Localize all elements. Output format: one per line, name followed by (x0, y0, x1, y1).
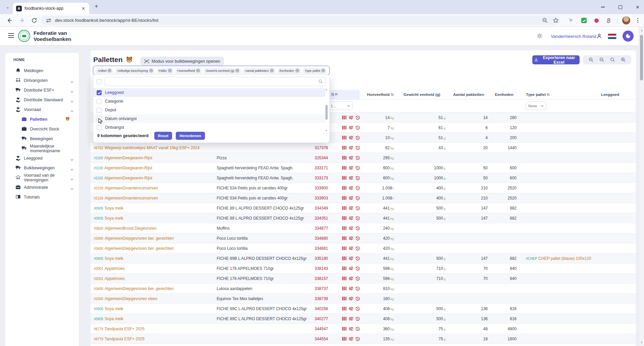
table-row[interactable]: #3400AlgemeenDiepgevroren ber. gerechten… (91, 284, 636, 294)
url-text[interactable]: dev.stock.foodbanksit.be/stock/app/nl-BE… (55, 18, 158, 23)
user-name[interactable]: Vandermeersch Roland (551, 34, 596, 39)
barcode-icon[interactable] (342, 186, 346, 190)
barcode-icon[interactable] (342, 126, 346, 130)
sliders-icon[interactable] (349, 337, 353, 341)
sliders-icon[interactable] (349, 267, 353, 271)
scroll-up-icon[interactable]: ▲ (324, 88, 328, 91)
sliders-icon[interactable] (349, 236, 353, 240)
remove-filter-icon[interactable] (196, 69, 200, 72)
history-icon[interactable] (356, 297, 360, 301)
table-row[interactable]: #0905Soya melkFICHE 89C L ALPRO DESSERT … (91, 314, 636, 324)
history-icon[interactable] (356, 267, 360, 271)
back-icon[interactable] (6, 17, 13, 24)
table-row[interactable]: #0905Soya melkFICHE 89 L ALPRO DESSERT C… (91, 203, 636, 213)
sliders-icon[interactable] (349, 287, 353, 291)
sidebar-item-distributie-standaard[interactable]: Distributie Standaard (5, 95, 79, 105)
barcode-icon[interactable] (342, 116, 346, 120)
table-row[interactable]: #1100AlgemeenDeegwaren-RijstPizza3253442… (91, 153, 636, 163)
barcode-icon[interactable] (342, 317, 346, 321)
barcode-icon[interactable] (342, 327, 346, 331)
pallet-column-header[interactable]: t) (331, 92, 338, 96)
checkbox[interactable] (97, 108, 102, 113)
search-icon[interactable] (610, 57, 615, 62)
sidebar-item-meldingen[interactable]: Meldingen (5, 66, 79, 75)
sliders-icon[interactable] (349, 226, 353, 230)
scrollbar-thumb[interactable] (325, 105, 328, 120)
history-icon[interactable] (356, 206, 360, 210)
history-icon[interactable] (356, 307, 360, 311)
minimize-button[interactable] (598, 3, 607, 11)
header-aantal-pakketten[interactable]: Aantal pakketten (447, 93, 490, 97)
barcode-icon[interactable] (342, 156, 346, 160)
column-filter-bar[interactable]: ArtikelVolledige beschrijvingPalletHoeve… (93, 66, 330, 75)
cell-pallet-number[interactable]: 344547 (311, 327, 329, 331)
dropdown-scrollbar[interactable]: ▲ ▼ (324, 88, 328, 132)
cell-pallet-number[interactable]: 317376 (311, 146, 329, 150)
new-tab-button[interactable]: + (95, 3, 98, 10)
sliders-icon[interactable] (349, 136, 353, 140)
reload-icon[interactable] (31, 17, 38, 24)
profile-avatar[interactable] (622, 16, 630, 24)
sliders-icon[interactable] (349, 256, 353, 261)
barcode-icon[interactable] (342, 216, 346, 220)
cell-pallet-number[interactable]: 334880 (311, 236, 329, 241)
dropdown-option-ontvangst[interactable]: Ontvangst (93, 123, 325, 132)
remove-filter-icon[interactable] (296, 69, 299, 72)
page-scrollbar[interactable]: ▲ ▼ (639, 27, 644, 346)
sliders-icon[interactable] (349, 297, 353, 301)
extension-dot-icon[interactable] (594, 18, 599, 23)
table-row[interactable]: #1100AlgemeenDeegwaren-RijstSpaghetti he… (91, 173, 636, 183)
zoom-out-icon[interactable] (542, 17, 548, 23)
history-icon[interactable] (356, 216, 360, 220)
sidebar-item-leeggoed[interactable]: Leeggoed (5, 153, 79, 163)
sidebar-item-bewegingen[interactable]: Bewegingen (5, 134, 79, 143)
dropdown-option-categorie[interactable]: Categorie (93, 97, 325, 106)
history-icon[interactable] (356, 116, 360, 120)
cell-pallet-number[interactable]: 333173 (311, 176, 329, 180)
sidebar-item-maandelijkse-momentopname[interactable]: Maandelijkse momentopname (5, 143, 79, 153)
table-row[interactable]: #6779Tandpasta ESF+ 2025344547360kg75g48… (91, 324, 636, 334)
zoom-out-icon[interactable] (589, 57, 594, 62)
dropdown-option-leeggoed[interactable]: Leeggoed (93, 88, 325, 97)
cell-pallet-number[interactable]: 338157 (311, 276, 329, 281)
sliders-icon[interactable] (349, 116, 353, 120)
cell-pallet-number[interactable]: 335190 (311, 256, 329, 261)
barcode-icon[interactable] (342, 196, 346, 200)
sidebar-item-voorraad[interactable]: Voorraad (5, 105, 79, 114)
table-row[interactable]: #0905Soya melkFICHE 89B L ALPRO DESSERT … (91, 253, 636, 264)
cell-pallet-number[interactable]: 338737 (311, 286, 329, 291)
history-icon[interactable] (356, 317, 360, 321)
sidebar-item-bulkbewegingen[interactable]: Bulkbewegingen (5, 163, 79, 173)
table-row[interactable]: #2100AlgemeenGroentenconservenFICHE 534 … (91, 193, 636, 203)
filter-chip-hoeveelheid[interactable]: Hoeveelheid (176, 68, 202, 73)
barcode-icon[interactable] (342, 267, 346, 271)
select-all-checkbox[interactable] (97, 79, 102, 84)
cell-pallet-number[interactable]: 334881 (311, 246, 329, 251)
barcode-icon[interactable] (342, 256, 346, 261)
history-icon[interactable] (356, 226, 360, 230)
sliders-icon[interactable] (349, 156, 353, 160)
sliders-icon[interactable] (349, 126, 353, 130)
cell-pallet-number[interactable]: 338143 (311, 266, 329, 271)
history-icon[interactable] (356, 337, 360, 341)
history-icon[interactable] (356, 186, 360, 190)
filter-chip-aantal-pakketten[interactable]: Aantal pakketten (243, 68, 275, 73)
tune-icon[interactable] (46, 17, 52, 23)
history-icon[interactable] (356, 136, 360, 140)
cell-pallet-number[interactable]: 344554 (311, 337, 329, 341)
sliders-icon[interactable] (349, 166, 353, 170)
forward-icon[interactable] (19, 17, 25, 24)
pallet-filter-select[interactable]: 1... (328, 102, 353, 110)
remove-filter-icon[interactable] (168, 69, 172, 72)
remove-filter-icon[interactable] (149, 69, 153, 72)
remove-filter-icon[interactable] (270, 69, 274, 72)
history-icon[interactable] (356, 327, 360, 331)
table-row[interactable]: #3600AlgemeenBrood DiegevrorenMuffins334… (91, 223, 636, 233)
type-pallet-filter-select[interactable]: None (526, 102, 546, 110)
table-row[interactable]: #6762Wegwerp luierbroekjes MAAT vanaf 15… (91, 143, 636, 153)
cell-pallet-number[interactable]: 333171 (311, 166, 329, 170)
dropdown-option-datum-ontvangst[interactable]: Datum ontvangst (93, 114, 325, 123)
extension-check-icon[interactable] (581, 18, 587, 23)
sidebar-item-administratie[interactable]: Administratie (5, 182, 79, 192)
filter-chip-pallet[interactable]: Pallet (157, 68, 173, 73)
